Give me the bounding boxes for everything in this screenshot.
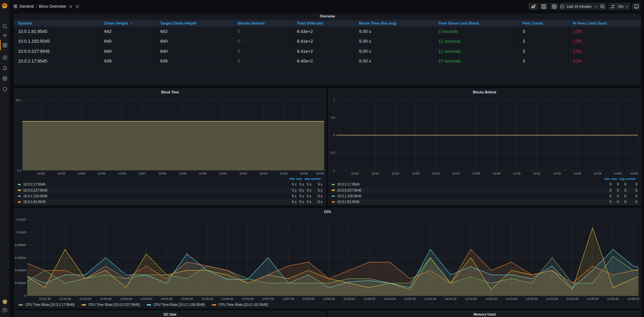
- grafana-logo[interactable]: [1, 2, 8, 9]
- x-axis-label: 14:06:00: [627, 297, 639, 301]
- legend-stat-header[interactable]: current: [625, 177, 636, 181]
- sidebar-item-create[interactable]: [0, 30, 9, 40]
- legend-swatch-icon[interactable]: [18, 201, 21, 203]
- x-axis-label: 13:57:30: [282, 297, 294, 301]
- cell-time_since_last_block: 12 seconds: [434, 36, 518, 46]
- legend-series-name[interactable]: 10.0.1.81:9545: [337, 200, 360, 204]
- save-dashboard-button[interactable]: [540, 3, 548, 10]
- legend-stat-header[interactable]: min: [287, 177, 295, 181]
- cell-peer_limit_used: 12%: [568, 46, 641, 56]
- sidebar-item-dashboards[interactable]: [0, 40, 9, 50]
- cell-target_chain_height: 640: [156, 46, 233, 56]
- legend-stat-value: 5 s: [296, 183, 304, 186]
- legend-series-name[interactable]: 10.0.1.155:9545: [23, 194, 47, 198]
- x-axis-label: 14:05:00: [587, 297, 598, 301]
- column-header-system[interactable]: System: [14, 20, 100, 27]
- legend-series-name[interactable]: 10.0.2.17:9545: [23, 183, 46, 186]
- x-axis-label: 13:59:30: [364, 297, 375, 301]
- chart-cpu[interactable]: 13:51:3013:52:0013:52:3013:53:0013:53:30…: [14, 208, 641, 309]
- sidebar-item-configuration[interactable]: [0, 73, 9, 83]
- gear-icon: [552, 4, 557, 9]
- y-axis-label: 1: [333, 98, 335, 102]
- legend-stat-header[interactable]: max: [295, 177, 302, 181]
- legend-swatch-icon[interactable]: [18, 184, 21, 185]
- column-header-total_difficulty[interactable]: Total Difficulty: [292, 20, 355, 27]
- x-axis-label: 13:57: [138, 171, 146, 175]
- panel-title-overview[interactable]: Overview: [14, 14, 640, 18]
- add-panel-button[interactable]: [528, 3, 538, 10]
- x-axis-label: 13:54: [78, 171, 85, 175]
- time-picker-button[interactable]: Last 15 minutes: [560, 3, 598, 10]
- share-icon[interactable]: [75, 5, 79, 8]
- cell-blocks_behind: 0: [233, 46, 292, 56]
- legend-stat-header[interactable]: current: [310, 177, 321, 181]
- legend-swatch-icon[interactable]: [332, 196, 335, 197]
- column-header-time_since_last_block[interactable]: Time Since Last Block: [434, 20, 518, 27]
- legend-swatch-icon[interactable]: [18, 196, 21, 197]
- legend-item[interactable]: CPU Time IRate [10.0.1.155:9545]: [147, 303, 205, 307]
- x-axis-label: 13:55: [412, 171, 419, 175]
- legend-series-name[interactable]: 10.0.1.155:9545: [337, 194, 361, 198]
- sidebar-item-server-admin[interactable]: [0, 84, 9, 94]
- breadcrumb-folder[interactable]: General: [19, 4, 34, 9]
- refresh-button[interactable]: [609, 3, 617, 9]
- legend-series-name: CPU Time IRate [10.0.2.17:9545]: [25, 303, 75, 307]
- column-header-block_time[interactable]: Block Time (5m avg): [355, 20, 434, 27]
- x-axis-label: 13:52:30: [80, 297, 91, 301]
- legend-swatch-icon[interactable]: [332, 184, 335, 185]
- panel-title-gc-time[interactable]: GC time: [14, 311, 326, 317]
- legend-item[interactable]: CPU Time IRate [10.0.1.81:9545]: [212, 303, 268, 307]
- legend-swatch-icon: [82, 304, 86, 306]
- column-header-peer_count[interactable]: Peer Count: [518, 20, 568, 27]
- cycle-view-mode-button[interactable]: [632, 3, 640, 10]
- legend-stat-header[interactable]: max: [610, 177, 617, 181]
- breadcrumb-dashboard-title[interactable]: Besu Overview: [39, 4, 66, 9]
- x-axis-label: 13:53: [371, 171, 379, 175]
- sidebar-item-explore[interactable]: [0, 52, 9, 63]
- legend-item[interactable]: CPU Time IRate [10.0.0.227:9545]: [82, 303, 140, 307]
- refresh-interval-button[interactable]: 10s: [617, 3, 630, 9]
- star-icon[interactable]: [69, 5, 73, 8]
- sidebar-item-search[interactable]: [0, 21, 9, 31]
- legend-series-name[interactable]: 10.0.0.227:9545: [23, 189, 47, 192]
- cell-system: 10.0.0.227:9545: [14, 46, 100, 56]
- legend-stat-value: 0: [626, 183, 637, 186]
- dashboard-grid-icon: [13, 4, 17, 8]
- legend-swatch-icon[interactable]: [332, 190, 335, 191]
- column-header-target_chain_height[interactable]: Target Chain Height: [156, 20, 233, 27]
- x-axis-label: 14:05: [300, 171, 308, 175]
- legend-swatch-icon[interactable]: [332, 201, 335, 203]
- panel-cpu: CPU 13:51:3013:52:0013:52:3013:53:0013:5…: [14, 208, 641, 308]
- zoom-out-button[interactable]: [598, 3, 606, 10]
- legend-stat-header[interactable]: avg: [302, 177, 310, 181]
- legend-stat-value: 0: [626, 194, 637, 198]
- panel-blocks-behind: Blocks Behind 13:5213:5313:5413:5513:561…: [328, 88, 641, 205]
- legend-series-name[interactable]: 10.0.1.81:9545: [23, 200, 46, 204]
- column-header-peer_limit_used[interactable]: % Peer Limit Used: [568, 20, 641, 27]
- legend-swatch-icon[interactable]: [18, 190, 21, 191]
- y-axis-label: 0.5: [331, 116, 335, 119]
- legend-stat-value: 5 s: [311, 194, 322, 198]
- x-axis-label: 13:56:00: [222, 297, 233, 301]
- legend-item[interactable]: CPU Time IRate [10.0.2.17:9545]: [18, 303, 75, 307]
- x-axis-label: 13:57: [452, 171, 460, 175]
- table-row: 10.0.1.155:954564064006.41e+25.00 s12 se…: [14, 36, 641, 46]
- legend-stat-header[interactable]: min: [602, 177, 610, 181]
- column-header-chain_height[interactable]: Chain Height: [100, 20, 156, 27]
- column-header-blocks_behind[interactable]: Blocks Behind: [233, 20, 292, 27]
- x-axis-label: 14:01:00: [424, 297, 436, 301]
- sidebar-item-help[interactable]: [0, 305, 9, 315]
- sidebar-item-alerting[interactable]: [0, 63, 9, 73]
- legend-series-name[interactable]: 10.0.0.227:9545: [337, 189, 361, 192]
- legend-swatch-icon: [18, 304, 23, 306]
- monitor-icon: [634, 4, 639, 9]
- legend-series-name[interactable]: 10.0.2.17:9545: [337, 183, 360, 186]
- dashboard-settings-button[interactable]: [550, 3, 558, 10]
- zoom-out-icon: [600, 4, 605, 9]
- x-axis-label: 13:59:00: [343, 297, 355, 301]
- x-axis-label: 14:00: [513, 171, 520, 175]
- bell-icon: [2, 66, 7, 71]
- legend-stat-header[interactable]: avg: [617, 177, 625, 181]
- x-axis-label: 14:05:30: [607, 297, 619, 301]
- panel-title-memory-used[interactable]: Memory Used: [328, 311, 641, 317]
